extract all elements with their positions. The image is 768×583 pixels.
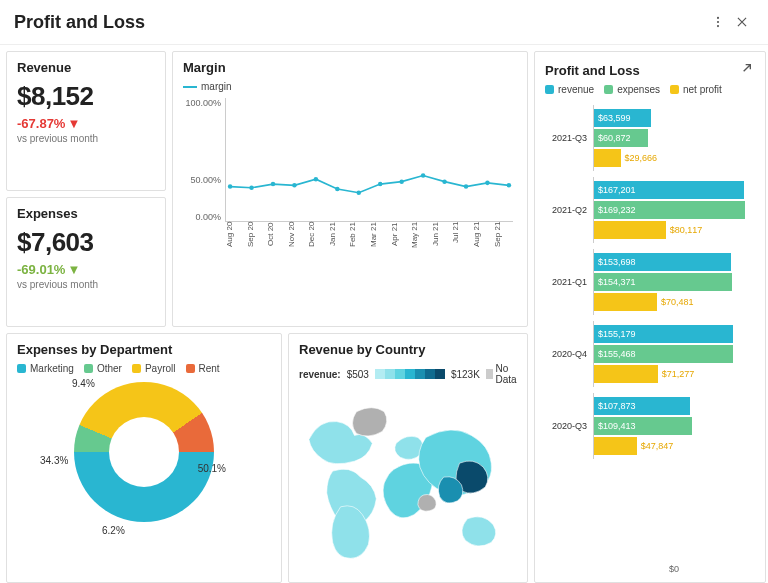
margin-chart-title: Margin: [183, 60, 517, 75]
more-icon[interactable]: [706, 10, 730, 34]
margin-x-tick: Mar 21: [369, 222, 390, 258]
caret-down-icon: ▼: [67, 116, 80, 131]
pnl-group: 2021-Q3$63,599$60,872$29,666: [545, 105, 755, 171]
legend-item: expenses: [604, 84, 660, 95]
margin-y-tick: 50.00%: [183, 175, 221, 185]
revenue-country-legend: revenue: $503 $123K No Data: [299, 363, 517, 385]
expenses-dept-legend: MarketingOtherPayrollRent: [17, 363, 271, 374]
margin-x-axis: Aug 20Sep 20Oct 20Nov 20Dec 20Jan 21Feb …: [225, 222, 513, 258]
close-icon[interactable]: [730, 10, 754, 34]
margin-x-tick: Jul 21: [451, 222, 472, 258]
pnl-bar-net-profit: $70,481: [594, 293, 755, 311]
pnl-title: Profit and Loss: [545, 63, 739, 78]
margin-x-tick: Jan 21: [328, 222, 349, 258]
pnl-group: 2020-Q4$155,179$155,468$71,277: [545, 321, 755, 387]
kpi-revenue-title: Revenue: [17, 60, 155, 75]
pnl-period-label: 2021-Q1: [545, 277, 587, 287]
caret-down-icon: ▼: [67, 262, 80, 277]
svg-point-2: [717, 25, 719, 27]
svg-point-10: [378, 182, 383, 187]
svg-point-5: [271, 182, 276, 187]
revenue-country-card: Revenue by Country revenue: $503 $123K N…: [288, 333, 528, 583]
kpi-expenses-sub: vs previous month: [17, 279, 155, 290]
pnl-period-label: 2020-Q4: [545, 349, 587, 359]
pnl-bar-expenses: $169,232: [594, 201, 755, 219]
margin-chart-card: Margin margin 100.00% 50.00% 0.00% Aug 2…: [172, 51, 528, 327]
pnl-bar-net-profit: $80,117: [594, 221, 755, 239]
svg-point-9: [357, 190, 362, 195]
margin-legend: margin: [183, 81, 517, 92]
svg-point-6: [292, 183, 297, 188]
kpi-revenue-card: Revenue $8,152 -67.87% ▼ vs previous mon…: [6, 51, 166, 191]
margin-x-tick: Jun 21: [431, 222, 452, 258]
kpi-expenses-card: Expenses $7,603 -69.01% ▼ vs previous mo…: [6, 197, 166, 327]
svg-point-16: [507, 183, 512, 188]
margin-x-tick: Aug 20: [225, 222, 246, 258]
pnl-bar-net-profit: $47,847: [594, 437, 755, 455]
margin-x-tick: Aug 21: [472, 222, 493, 258]
pnl-bar-expenses: $109,413: [594, 417, 755, 435]
margin-line-plot: [226, 98, 513, 221]
margin-x-tick: Dec 20: [307, 222, 328, 258]
margin-y-tick: 0.00%: [183, 212, 221, 222]
kpi-revenue-value: $8,152: [17, 81, 155, 112]
pnl-period-label: 2020-Q3: [545, 421, 587, 431]
legend-item: revenue: [545, 84, 594, 95]
pnl-x-origin: $0: [593, 564, 755, 574]
pnl-bar-expenses: $155,468: [594, 345, 755, 363]
donut-slice-label: 50.1%: [198, 463, 226, 474]
pnl-bar-revenue: $63,599: [594, 109, 755, 127]
legend-item: Marketing: [17, 363, 74, 374]
expenses-dept-card: Expenses by Department MarketingOtherPay…: [6, 333, 282, 583]
kpi-expenses-value: $7,603: [17, 227, 155, 258]
world-map: [299, 389, 517, 579]
margin-x-tick: Feb 21: [348, 222, 369, 258]
expenses-dept-title: Expenses by Department: [17, 342, 271, 357]
margin-x-tick: May 21: [410, 222, 431, 258]
pnl-card: Profit and Loss revenueexpensesnet profi…: [534, 51, 766, 583]
kpi-revenue-delta: -67.87% ▼: [17, 116, 155, 131]
pnl-bar-revenue: $155,179: [594, 325, 755, 343]
donut-slice-label: 6.2%: [102, 525, 125, 536]
pnl-bar-revenue: $167,201: [594, 181, 755, 199]
svg-point-12: [421, 173, 426, 178]
svg-point-15: [485, 181, 490, 186]
page-title: Profit and Loss: [14, 12, 706, 33]
pnl-bar-net-profit: $29,666: [594, 149, 755, 167]
margin-y-tick: 100.00%: [183, 98, 221, 108]
pnl-group: 2021-Q1$153,698$154,371$70,481: [545, 249, 755, 315]
pnl-bar-revenue: $107,873: [594, 397, 755, 415]
margin-x-tick: Sep 20: [246, 222, 267, 258]
pnl-period-label: 2021-Q2: [545, 205, 587, 215]
pnl-bar-revenue: $153,698: [594, 253, 755, 271]
pnl-bar-expenses: $154,371: [594, 273, 755, 291]
margin-x-tick: Oct 20: [266, 222, 287, 258]
legend-item: net profit: [670, 84, 722, 95]
svg-point-1: [717, 21, 719, 23]
svg-point-0: [717, 17, 719, 19]
donut-chart: 50.1%6.2%34.3%9.4%: [74, 382, 214, 522]
pnl-bar-expenses: $60,872: [594, 129, 755, 147]
pnl-group: 2021-Q2$167,201$169,232$80,117: [545, 177, 755, 243]
margin-x-tick: Sep 21: [493, 222, 514, 258]
pnl-period-label: 2021-Q3: [545, 133, 587, 143]
kpi-expenses-title: Expenses: [17, 206, 155, 221]
donut-slice-label: 9.4%: [72, 378, 95, 389]
kpi-expenses-delta: -69.01% ▼: [17, 262, 155, 277]
expand-icon[interactable]: [739, 60, 755, 80]
kpi-revenue-sub: vs previous month: [17, 133, 155, 144]
svg-point-11: [399, 179, 404, 184]
margin-x-tick: Nov 20: [287, 222, 308, 258]
svg-point-3: [228, 184, 233, 189]
legend-item: Rent: [186, 363, 220, 374]
svg-point-14: [464, 184, 469, 189]
margin-x-tick: Apr 21: [390, 222, 411, 258]
svg-point-8: [335, 187, 340, 192]
pnl-legend: revenueexpensesnet profit: [545, 84, 755, 95]
donut-slice-label: 34.3%: [40, 455, 68, 466]
svg-point-7: [314, 177, 319, 182]
svg-point-4: [249, 186, 254, 191]
legend-item: Payroll: [132, 363, 176, 374]
pnl-bar-net-profit: $71,277: [594, 365, 755, 383]
legend-item: Other: [84, 363, 122, 374]
